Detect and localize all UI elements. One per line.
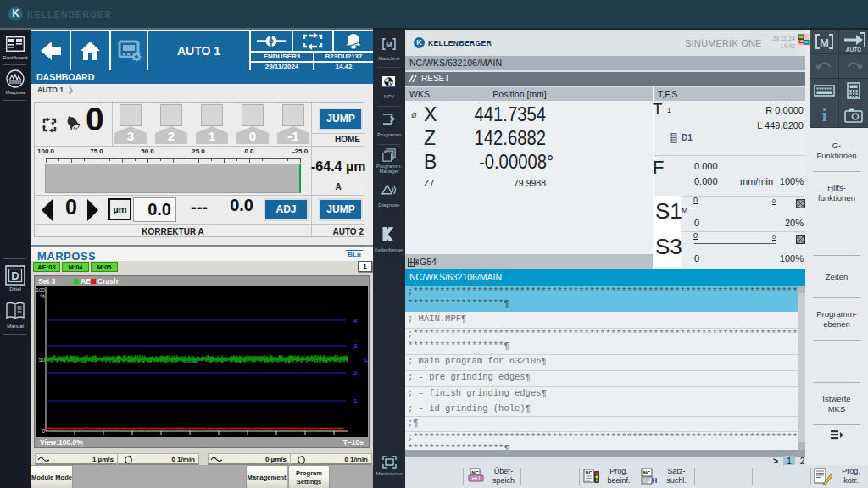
svg-text:C: C — [364, 356, 368, 363]
svg-text:4: 4 — [353, 317, 358, 324]
svg-text:3: 3 — [353, 342, 358, 350]
svg-text:AUTO: AUTO — [846, 47, 861, 53]
svg-text:2: 2 — [353, 369, 358, 377]
svg-text:%: % — [40, 293, 45, 299]
svg-text:D: D — [11, 269, 19, 282]
svg-text:NC: NC — [643, 470, 651, 475]
svg-text:M: M — [820, 36, 829, 49]
svg-text:1: 1 — [353, 397, 358, 405]
svg-text:50: 50 — [39, 357, 46, 363]
svg-text:100: 100 — [36, 287, 45, 293]
svg-text:M: M — [386, 40, 392, 49]
svg-text:0: 0 — [42, 428, 45, 434]
svg-text:H: H — [652, 476, 658, 485]
svg-text:NC: NC — [586, 470, 593, 475]
svg-text:NC: NC — [471, 470, 479, 475]
